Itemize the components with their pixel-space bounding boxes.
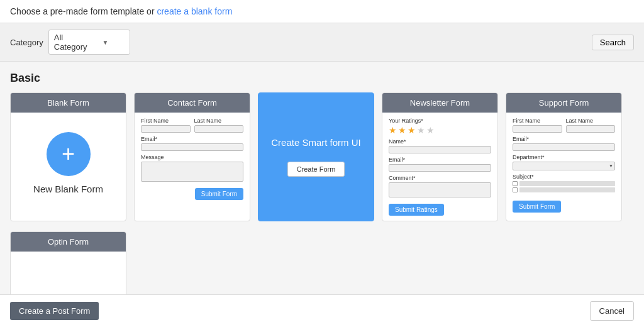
sp-last-name-field [566, 125, 616, 133]
sp-checkbox-label-2 [519, 187, 615, 192]
main-content: Basic Blank Form + New Blank Form Contac… [0, 62, 644, 323]
top-bar: Choose a pre-made form template or creat… [0, 0, 644, 23]
category-label: Category [10, 38, 43, 47]
search-button[interactable]: Search [592, 35, 634, 50]
create-blank-link[interactable]: create a blank form [157, 6, 232, 16]
first-name-field [141, 125, 191, 133]
contact-mini-form: First Name Last Name Email* [141, 118, 243, 200]
template-card-blank-form[interactable]: Blank Form + New Blank Form [10, 92, 126, 221]
sp-checkbox-2 [513, 187, 518, 192]
sp-email-field [513, 143, 615, 151]
sp-subject-checkboxes [513, 181, 615, 192]
first-name-label: First Name [141, 118, 191, 124]
template-card-support-form[interactable]: Support Form First Name Last Name [506, 92, 622, 221]
sp-checkbox-1 [513, 181, 518, 186]
sp-department-field: ▼ [513, 162, 615, 170]
last-name-field [194, 125, 244, 133]
smart-form-title: Create Smart form UI [271, 137, 361, 148]
sp-checkbox-row-2 [513, 187, 615, 192]
top-bar-text: Choose a pre-made form template or [10, 6, 157, 16]
star-2: ★ [398, 125, 406, 135]
ratings-label: Your Ratings* [389, 118, 491, 124]
template-card-optin-form[interactable]: Optin Form [10, 231, 126, 302]
support-mini-form: First Name Last Name Email* [513, 118, 615, 213]
nl-name-field [389, 146, 491, 153]
contact-form-body: First Name Last Name Email* [135, 113, 250, 205]
template-card-contact-form[interactable]: Contact Form First Name Last Name [134, 92, 250, 221]
plus-circle-icon: + [47, 132, 91, 176]
chevron-down-icon: ▼ [103, 39, 125, 46]
create-post-form-button[interactable]: Create a Post Form [10, 302, 99, 320]
nl-comment-label: Comment* [389, 175, 491, 181]
card-header-support-form: Support Form [506, 93, 621, 113]
category-dropdown[interactable]: All Category ▼ [48, 30, 130, 55]
nl-email-label: Email* [389, 157, 491, 163]
email-field [141, 143, 243, 151]
message-label: Message [141, 154, 243, 160]
sp-first-name-field [513, 125, 562, 133]
star-3: ★ [408, 125, 416, 135]
card-header-blank-form: Blank Form [11, 93, 126, 113]
newsletter-mini-form: Your Ratings* ★ ★ ★ ★ ★ Name [389, 118, 491, 216]
bottom-bar: Create a Post Form Cancel [0, 294, 644, 323]
blank-form-body: + New Blank Form [11, 113, 126, 213]
nl-email-field [389, 164, 491, 172]
create-form-btn[interactable]: Create Form [287, 162, 345, 177]
second-row-templates: Optin Form [10, 231, 634, 302]
template-card-newsletter-form[interactable]: Newsletter Form Your Ratings* ★ ★ ★ ★ ★ [382, 92, 498, 221]
card-header-newsletter-form: Newsletter Form [382, 93, 497, 113]
message-field [141, 162, 243, 182]
newsletter-form-body: Your Ratings* ★ ★ ★ ★ ★ Name [382, 113, 497, 221]
sp-checkbox-label-1 [519, 181, 615, 186]
email-label: Email* [141, 136, 243, 142]
star-1: ★ [389, 125, 397, 135]
star-rating: ★ ★ ★ ★ ★ [389, 125, 491, 135]
newsletter-submit-btn[interactable]: Submit Ratings [389, 204, 444, 216]
sp-last-name-label: Last Name [566, 118, 616, 124]
contact-submit-btn[interactable]: Submit Form [195, 188, 243, 200]
support-submit-btn[interactable]: Submit Form [513, 201, 561, 213]
last-name-label: Last Name [194, 118, 244, 124]
card-header-optin-form: Optin Form [11, 232, 126, 252]
cancel-button[interactable]: Cancel [590, 301, 634, 321]
card-header-contact-form: Contact Form [135, 93, 250, 113]
blank-form-label: New Blank Form [33, 184, 103, 194]
sp-subject-label: Subject* [513, 174, 615, 180]
sp-department-label: Department* [513, 154, 615, 160]
sp-checkbox-row-1 [513, 181, 615, 186]
template-card-smart-form[interactable]: Create Smart form UI Create Form [258, 92, 374, 221]
support-form-body: First Name Last Name Email* [506, 113, 621, 218]
star-5: ★ [426, 125, 435, 135]
sp-email-label: Email* [513, 136, 615, 142]
filter-bar: Category All Category ▼ Search [0, 23, 644, 62]
smart-form-body: Create Smart form UI Create Form [258, 93, 374, 221]
star-4: ★ [417, 125, 425, 135]
templates-grid: Blank Form + New Blank Form Contact Form… [10, 92, 634, 221]
sp-first-name-label: First Name [513, 118, 562, 124]
section-title-basic: Basic [10, 72, 634, 85]
category-value: All Category [54, 33, 87, 52]
nl-comment-field [389, 182, 491, 197]
nl-name-label: Name* [389, 138, 491, 145]
